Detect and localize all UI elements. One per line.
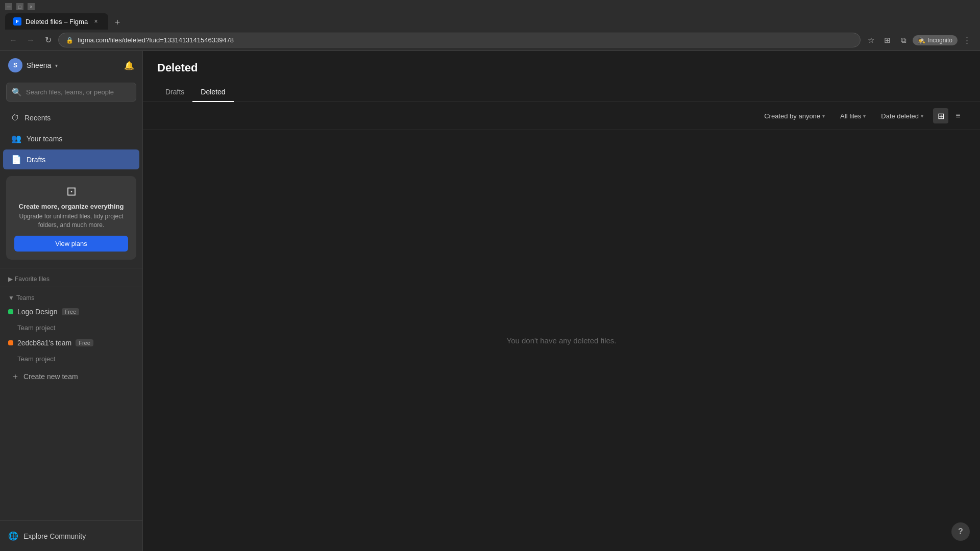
content-tabs-nav: Drafts Deleted <box>157 83 966 102</box>
upgrade-card-description: Upgrade for unlimited files, tidy projec… <box>14 212 128 230</box>
teams-section-label: Teams <box>16 294 34 302</box>
team-color-indicator-2 <box>8 340 13 345</box>
main-body: You don't have any deleted files. <box>143 130 980 551</box>
team-project-item[interactable]: Team project <box>0 321 142 335</box>
team-project-item-2[interactable]: Team project <box>0 352 142 366</box>
created-by-label: Created by anyone <box>764 112 820 120</box>
incognito-badge: 🕵 Incognito <box>913 35 958 45</box>
title-bar: ─ □ × <box>0 0 980 13</box>
tab-title: Deleted files – Figma <box>26 18 88 26</box>
plus-icon: ＋ <box>11 371 19 382</box>
avatar: S <box>8 58 22 72</box>
notifications-button[interactable]: 🔔 <box>124 61 134 70</box>
empty-state-text: You don't have any deleted files. <box>507 336 617 345</box>
extensions-button[interactable]: ⊞ <box>880 33 894 47</box>
sidebar-item-recents[interactable]: ⏱ Recents <box>3 108 139 128</box>
all-files-label: All files <box>840 112 861 120</box>
close-button[interactable]: × <box>28 3 35 10</box>
help-button[interactable]: ? <box>951 522 970 541</box>
explore-icon: 🌐 <box>8 531 18 541</box>
maximize-button[interactable]: □ <box>16 3 23 10</box>
sidebar-item-your-teams[interactable]: 👥 Your teams <box>3 129 139 148</box>
explore-community-item[interactable]: 🌐 Explore Community <box>8 526 134 546</box>
tab-deleted[interactable]: Deleted <box>192 83 233 102</box>
window-controls: ─ □ × <box>5 3 35 10</box>
incognito-icon: 🕵 <box>918 37 925 44</box>
team-color-indicator <box>8 309 13 314</box>
toolbar-icons: ☆ ⊞ ⧉ 🕵 Incognito ⋮ <box>864 33 974 47</box>
your-teams-label: Your teams <box>27 135 62 143</box>
upgrade-card: ⊡ Create more, organize everything Upgra… <box>6 176 136 260</box>
caret-icon-2: ▾ <box>863 113 866 119</box>
main-header: Deleted Drafts Deleted <box>143 51 980 102</box>
user-info[interactable]: S Sheena ▾ <box>8 58 58 72</box>
explore-community-label: Explore Community <box>23 532 86 540</box>
drafts-label: Drafts <box>27 156 45 164</box>
recents-label: Recents <box>24 114 51 122</box>
create-new-team-button[interactable]: ＋ Create new team <box>3 366 139 387</box>
chevron-down-icon: ▾ <box>55 63 58 68</box>
team-name: Logo Design <box>17 308 58 316</box>
sidebar-item-drafts[interactable]: 📄 Drafts <box>3 149 139 169</box>
sidebar-footer: 🌐 Explore Community <box>0 520 142 551</box>
all-files-filter[interactable]: All files ▾ <box>835 109 871 123</box>
favorite-files-toggle-icon: ▶ <box>8 276 13 283</box>
favorite-files-section[interactable]: ▶ Favorite files <box>0 270 142 285</box>
team-item-logo-design[interactable]: Logo Design Free <box>0 304 142 321</box>
tab-close-button[interactable]: × <box>92 17 100 26</box>
incognito-label: Incognito <box>927 37 952 44</box>
menu-button[interactable]: ⋮ <box>960 33 974 47</box>
browser-toolbar: ← → ↻ 🔒 figma.com/files/deleted?fuid=133… <box>0 30 980 51</box>
upgrade-card-title: Create more, organize everything <box>14 203 128 210</box>
list-view-button[interactable]: ≡ <box>950 108 966 123</box>
sidebar: S Sheena ▾ 🔔 🔍 ⏱ Recents 👥 Your teams 📄 … <box>0 51 143 551</box>
page-title: Deleted <box>157 61 966 74</box>
split-button[interactable]: ⧉ <box>896 33 911 47</box>
view-toggle: ⊞ ≡ <box>933 108 966 123</box>
url-text: figma.com/files/deleted?fuid=13314131415… <box>78 36 234 44</box>
team-item-2edcb8a1[interactable]: 2edcb8a1's team Free <box>0 335 142 352</box>
caret-icon: ▾ <box>822 113 825 119</box>
recents-icon: ⏱ <box>11 113 19 122</box>
team-name-2: 2edcb8a1's team <box>17 339 71 347</box>
sidebar-header: S Sheena ▾ 🔔 <box>0 51 142 80</box>
star-button[interactable]: ☆ <box>864 33 878 47</box>
main-content: Deleted Drafts Deleted Created by anyone… <box>143 51 980 551</box>
lock-icon: 🔒 <box>66 37 74 44</box>
upgrade-card-icon: ⊡ <box>14 184 128 198</box>
sidebar-divider <box>0 268 142 268</box>
date-deleted-label: Date deleted <box>881 112 919 120</box>
teams-icon: 👥 <box>11 134 21 143</box>
new-tab-button[interactable]: + <box>110 15 125 30</box>
search-box[interactable]: 🔍 <box>6 83 136 102</box>
favorite-files-label: Favorite files <box>15 276 50 283</box>
drafts-icon: 📄 <box>11 155 21 164</box>
view-plans-button[interactable]: View plans <box>14 236 128 252</box>
tab-favicon-icon: F <box>13 17 21 26</box>
username-label: Sheena <box>27 61 51 69</box>
reload-button[interactable]: ↻ <box>41 33 55 47</box>
caret-icon-3: ▾ <box>921 113 923 119</box>
filter-bar: Created by anyone ▾ All files ▾ Date del… <box>143 102 980 130</box>
sidebar-divider-2 <box>0 287 142 287</box>
date-deleted-filter[interactable]: Date deleted ▾ <box>875 109 929 123</box>
team-badge-2: Free <box>76 339 93 346</box>
create-team-label: Create new team <box>23 372 78 381</box>
search-input[interactable] <box>26 88 131 96</box>
grid-view-button[interactable]: ⊞ <box>933 108 948 123</box>
search-icon: 🔍 <box>12 87 22 97</box>
created-by-filter[interactable]: Created by anyone ▾ <box>758 109 830 123</box>
teams-toggle-icon: ▼ <box>8 294 14 302</box>
teams-section[interactable]: ▼ Teams <box>0 289 142 304</box>
team-badge: Free <box>62 308 80 315</box>
browser-tabs-bar: F Deleted files – Figma × + <box>0 13 980 30</box>
minimize-button[interactable]: ─ <box>5 3 12 10</box>
tab-drafts[interactable]: Drafts <box>157 83 192 102</box>
forward-button[interactable]: → <box>23 33 38 47</box>
active-tab[interactable]: F Deleted files – Figma × <box>5 13 108 30</box>
back-button[interactable]: ← <box>6 33 20 47</box>
address-bar[interactable]: 🔒 figma.com/files/deleted?fuid=133141314… <box>58 33 861 47</box>
